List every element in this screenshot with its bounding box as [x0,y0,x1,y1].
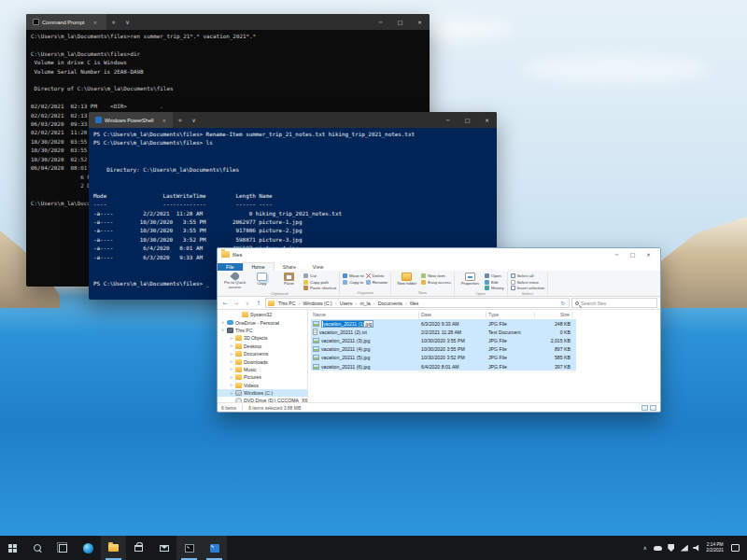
breadcrumb-item[interactable]: Windows (C:) [303,301,333,306]
column-header-date[interactable]: Date [419,312,486,318]
rename-input[interactable]: vacation_20211 (1).jpg [321,320,374,328]
copy-to-button[interactable]: Copy to [343,280,364,285]
action-center-icon[interactable] [731,544,740,552]
tab-dropdown-button[interactable]: ∨ [187,112,201,128]
taskbar-item[interactable] [25,536,50,560]
breadcrumb-item[interactable]: files [409,301,419,306]
paste-button[interactable]: Paste [276,272,302,290]
column-header-type[interactable]: Type [486,312,535,318]
taskbar-clock[interactable]: 2:14 PM 2/2/2021 [706,542,724,553]
tray-item[interactable] [693,536,701,560]
pin-to-quick-access-button[interactable]: Pin to Quick access [222,272,247,290]
taskbar-item[interactable] [101,536,126,560]
taskbar-item[interactable] [151,536,176,560]
nav-item[interactable]: ∨ This PC [218,327,307,334]
chevron-icon[interactable]: > [230,343,233,348]
tab-home[interactable]: Home [243,262,275,271]
nav-item[interactable]: > Pictures [218,373,307,381]
copy-button[interactable]: Copy [249,272,275,290]
taskbar-item[interactable] [176,536,202,560]
tab-dropdown-button[interactable]: ∨ [120,14,134,30]
breadcrumb-item[interactable]: Users [339,301,354,306]
thumbnails-view-button[interactable] [650,405,656,411]
easy-access-button[interactable]: Easy access [421,280,451,285]
new-folder-button[interactable]: New folder [394,272,419,289]
nav-item[interactable]: > Videos [218,382,307,389]
cmd-titlebar[interactable]: Command Prompt × + ∨ ─ □ × [26,14,430,30]
search-input[interactable] [581,301,654,306]
copy-path-button[interactable]: Copy path [303,280,336,285]
column-header-size[interactable]: Size [535,312,572,318]
nav-item[interactable]: > 3D Objects [218,334,307,342]
details-view-button[interactable] [641,405,648,411]
breadcrumb-item[interactable]: This PC [277,301,296,306]
explorer-titlebar[interactable]: files ─ □ × [218,248,660,260]
edit-button[interactable]: Edit [485,280,504,285]
chevron-icon[interactable]: > [230,383,233,387]
minimize-button[interactable]: ─ [371,14,390,30]
tray-item[interactable] [667,536,675,560]
powershell-titlebar[interactable]: Windows PowerShell × + ∨ ─ □ × [89,112,497,128]
close-button[interactable]: × [641,248,656,260]
delete-button[interactable]: Delete [366,273,388,278]
chevron-icon[interactable]: > [230,359,233,364]
chevron-icon[interactable]: ∨ [221,328,225,332]
tray-item[interactable]: ∧ [641,536,649,560]
file-row[interactable]: vacation_20211 (4).jpg 10/30/2020 3:55 P… [311,345,576,354]
tab-file[interactable]: File [218,263,243,271]
taskbar-item[interactable] [50,536,76,560]
chevron-icon[interactable]: > [230,336,233,341]
back-button[interactable]: ← [220,300,230,306]
history-dropdown-button[interactable]: ∨ [243,300,252,306]
nav-item[interactable]: > Windows (C:) [218,389,307,397]
open-button[interactable]: Open [485,273,504,278]
minimize-button[interactable]: ─ [609,248,625,260]
nav-item[interactable]: > Documents [218,350,307,357]
tab-close-icon[interactable]: × [92,20,97,25]
move-to-button[interactable]: Move to [343,273,364,278]
close-button[interactable]: × [410,14,430,30]
chevron-icon[interactable]: > [221,320,225,325]
select-all-button[interactable]: Select all [511,273,545,278]
tray-item[interactable] [680,536,688,560]
powershell-tab[interactable]: Windows PowerShell × [89,112,173,128]
column-header-name[interactable]: Name [311,312,419,318]
file-row-renaming[interactable]: vacation_20211 (1).jpg 6/3/2020 9:33 AM … [311,319,576,328]
file-row[interactable]: vacation_20211 (5).jpg 10/30/2020 3:52 P… [311,354,576,362]
taskbar-item[interactable] [202,536,227,560]
forward-button[interactable]: → [232,300,241,306]
taskbar-item[interactable] [76,536,101,560]
maximize-button[interactable]: □ [625,248,641,260]
refresh-icon[interactable]: ↻ [558,301,567,306]
breadcrumb[interactable]: This PC› Windows (C:)› Users› m_la› Docu… [265,298,570,308]
taskbar-item[interactable] [0,536,25,560]
chevron-icon[interactable]: > [230,375,233,380]
breadcrumb-item[interactable]: m_la [359,301,371,306]
nav-item[interactable]: System32 [218,311,307,318]
taskbar-item[interactable] [126,536,151,560]
tab-share[interactable]: Share [275,263,304,271]
file-row[interactable]: vacation_20211 (3).jpg 10/30/2020 3:55 P… [311,336,576,344]
new-tab-button[interactable]: + [106,14,120,30]
new-tab-button[interactable]: + [173,112,187,128]
close-button[interactable]: × [477,112,497,128]
nav-item[interactable]: > Downloads [218,357,307,365]
chevron-icon[interactable]: > [230,391,233,396]
nav-item[interactable]: > Desktop [218,343,307,350]
properties-button[interactable]: Properties [458,272,483,290]
cmd-tab[interactable]: Command Prompt × [26,14,106,30]
nav-item[interactable]: > Music [218,366,307,373]
breadcrumb-item[interactable]: Documents [377,301,403,306]
maximize-button[interactable]: □ [390,14,410,30]
tab-view[interactable]: View [304,263,331,271]
file-row[interactable]: vacation_20211 (2).txt 2/2/2021 11:28 AM… [311,328,576,336]
minimize-button[interactable]: ─ [438,112,458,128]
tray-item[interactable] [654,536,662,560]
up-button[interactable]: ↑ [254,300,263,306]
nav-item[interactable]: > OneDrive - Personal [218,318,307,326]
rename-button[interactable]: Rename [366,280,388,285]
chevron-icon[interactable]: > [230,352,233,357]
cut-button[interactable]: Cut [303,273,336,278]
file-row[interactable]: vacation_20211 (6).jpg 6/4/2020 8:01 AM … [311,362,576,371]
maximize-button[interactable]: □ [458,112,477,128]
